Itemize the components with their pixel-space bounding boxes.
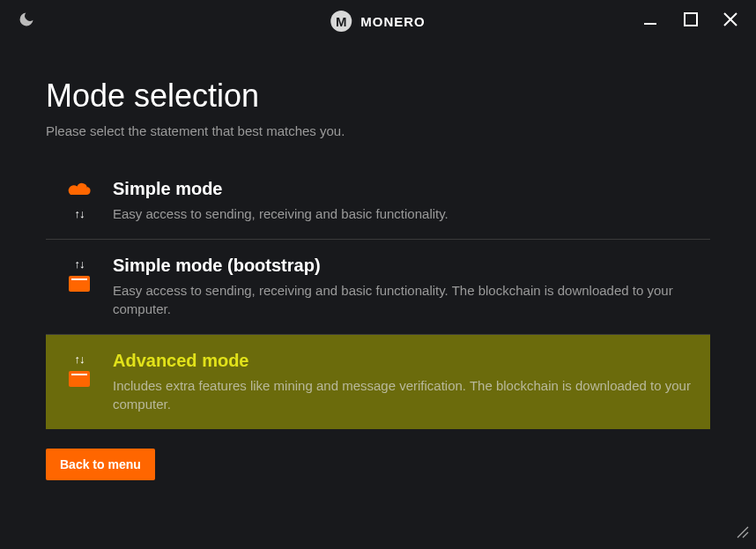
back-to-menu-button[interactable]: Back to menu: [46, 449, 155, 480]
cloud-icon: [66, 181, 93, 202]
mode-description: Easy access to sending, receiving and ba…: [113, 204, 698, 223]
mode-text: Simple mode (bootstrap) Easy access to s…: [104, 256, 698, 318]
app-title: MONERO: [360, 14, 426, 29]
mode-description: Easy access to sending, receiving and ba…: [113, 281, 698, 318]
drive-icon: [69, 371, 90, 387]
close-button[interactable]: [723, 11, 738, 31]
minimize-button[interactable]: [643, 11, 659, 31]
mode-text: Simple mode Easy access to sending, rece…: [104, 179, 698, 223]
mode-list: ↑↓ Simple mode Easy access to sending, r…: [46, 163, 710, 429]
maximize-button[interactable]: [684, 12, 698, 30]
mode-option-bootstrap[interactable]: ↑↓ Simple mode (bootstrap) Easy access t…: [46, 240, 710, 335]
titlebar-center: M MONERO: [330, 11, 426, 32]
mode-title: Advanced mode: [113, 351, 698, 371]
svg-rect-1: [685, 13, 697, 26]
mode-icon-column: ↑↓: [55, 179, 104, 220]
mode-title: Simple mode: [113, 179, 698, 199]
sync-arrows-icon: ↑↓: [75, 207, 85, 220]
page-title: Mode selection: [46, 78, 710, 115]
titlebar-left: [18, 11, 35, 32]
mode-text: Advanced mode Includes extra features li…: [104, 351, 698, 413]
mode-option-advanced[interactable]: ↑↓ Advanced mode Includes extra features…: [46, 335, 710, 429]
sync-arrows-icon: ↑↓: [75, 257, 85, 271]
window-controls: [643, 11, 738, 31]
mode-icon-column: ↑↓: [55, 256, 104, 292]
page-subtitle: Please select the statement that best ma…: [46, 123, 710, 138]
svg-rect-0: [644, 23, 656, 25]
mode-description: Includes extra features like mining and …: [113, 376, 698, 413]
resize-handle-icon[interactable]: [737, 526, 749, 542]
theme-toggle-icon[interactable]: [18, 11, 35, 32]
sync-arrows-icon: ↑↓: [75, 352, 85, 366]
mode-option-simple[interactable]: ↑↓ Simple mode Easy access to sending, r…: [46, 163, 710, 240]
titlebar: M MONERO: [0, 0, 756, 42]
mode-icon-column: ↑↓: [55, 351, 104, 387]
content: Mode selection Please select the stateme…: [0, 42, 756, 480]
monero-logo-icon: M: [330, 11, 352, 32]
drive-icon: [69, 276, 90, 292]
mode-title: Simple mode (bootstrap): [113, 256, 698, 276]
